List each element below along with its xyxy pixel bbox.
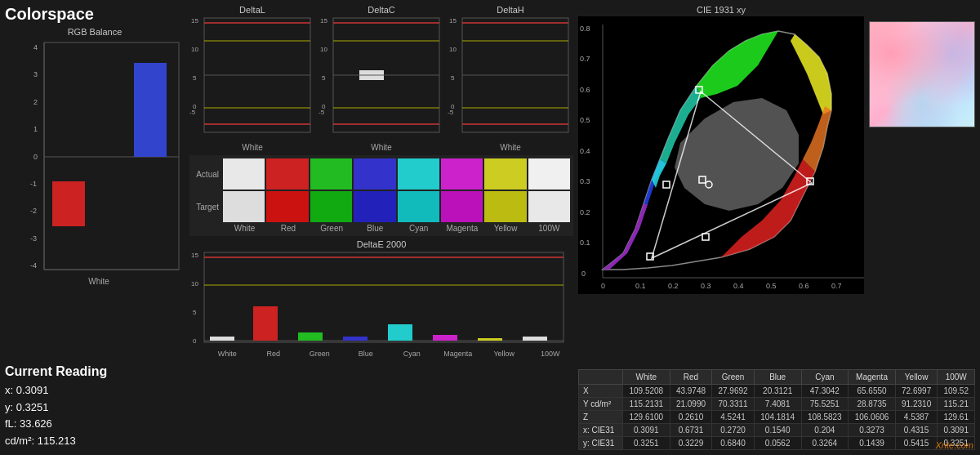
deltaL-title: DeltaL	[189, 5, 315, 15]
table-row-label: Z	[579, 411, 623, 424]
svg-rect-101	[702, 234, 709, 240]
svg-text:-5: -5	[318, 109, 325, 116]
current-reading-title: Current Reading	[5, 364, 185, 379]
table-cell: 65.6550	[849, 385, 896, 398]
table-header-row: White Red Green Blue Cyan Magenta Yellow…	[579, 370, 975, 385]
table-row-label: Y cd/m²	[579, 398, 623, 411]
swatch-target-blue	[354, 191, 395, 222]
table-cell: 28.8735	[849, 398, 896, 411]
svg-marker-91	[803, 106, 831, 172]
table-row: x: CIE310.30910.67310.27200.15400.2040.3…	[579, 424, 975, 437]
table-cell: 0.0562	[754, 437, 801, 450]
svg-rect-59	[298, 332, 323, 341]
swatch-actual-yellow	[484, 158, 526, 190]
svg-text:0.5: 0.5	[766, 282, 777, 290]
swatch-label-yellow: Yellow	[485, 224, 527, 233]
svg-text:1: 1	[33, 125, 38, 133]
table-cell: 20.3121	[754, 385, 801, 398]
svg-text:15: 15	[191, 17, 198, 25]
table-cell: 129.6100	[623, 411, 670, 424]
swatch-label-magenta: Magenta	[441, 224, 483, 233]
table-row: y: CIE310.32510.32290.68400.05620.32640.…	[579, 437, 975, 450]
table-cell: 106.0606	[849, 411, 896, 424]
svg-text:-3: -3	[30, 234, 37, 243]
cie-diagram-svg: 0.8 0.7 0.6 0.5 0.4 0.3 0.2 0.1 0 0 0.1 …	[578, 16, 864, 294]
svg-text:5: 5	[451, 74, 455, 82]
svg-text:0.6: 0.6	[580, 86, 590, 94]
svg-text:0.1: 0.1	[635, 282, 646, 290]
table-cell: 0.1439	[849, 437, 896, 450]
svg-text:0: 0	[33, 153, 38, 161]
svg-text:-5: -5	[189, 109, 196, 116]
svg-text:10: 10	[449, 46, 457, 53]
th-blue: Blue	[754, 370, 801, 385]
svg-text:0.8: 0.8	[580, 25, 590, 33]
svg-text:5: 5	[193, 309, 197, 316]
svg-text:0.3: 0.3	[580, 177, 590, 185]
th-green: Green	[712, 370, 755, 385]
target-label: Target	[193, 203, 221, 212]
data-table-container: White Red Green Blue Cyan Magenta Yellow…	[578, 369, 975, 450]
svg-text:0.1: 0.1	[580, 239, 590, 247]
swatch-label-blue: Blue	[354, 224, 396, 233]
th-cyan: Cyan	[801, 370, 849, 385]
deltaH-svg: 15 10 5 0 -5	[448, 16, 573, 141]
table-cell: 0.6840	[712, 437, 755, 450]
table-cell: 104.1814	[754, 411, 801, 424]
svg-text:10: 10	[320, 46, 327, 53]
swatch-label-cyan: Cyan	[398, 224, 439, 233]
actual-swatches-row: Actual	[193, 158, 570, 190]
swatch-label-white: White	[224, 224, 265, 233]
table-cell: 47.3042	[801, 385, 849, 398]
svg-rect-58	[253, 306, 278, 341]
svg-rect-64	[523, 337, 547, 341]
target-swatches-row: Target	[193, 191, 570, 222]
th-100w: 100W	[938, 370, 975, 385]
main-container: Colorspace RGB Balance 4 3 2 1 0 -1 -2 -…	[0, 0, 980, 455]
table-cell: 0.3091	[623, 424, 670, 437]
deltae-title: DeltaE 2000	[189, 239, 573, 249]
reading-fL: fL: 33.626	[5, 416, 185, 433]
svg-text:0: 0	[581, 270, 586, 278]
svg-text:-2: -2	[30, 207, 37, 215]
table-cell: 0.3229	[670, 437, 712, 450]
svg-text:0.5: 0.5	[580, 116, 590, 124]
svg-text:0.7: 0.7	[831, 282, 842, 290]
svg-rect-12	[134, 63, 167, 157]
left-panel: Colorspace RGB Balance 4 3 2 1 0 -1 -2 -…	[5, 5, 185, 450]
swatch-target-green	[310, 191, 352, 222]
swatch-actual-blue	[354, 158, 395, 190]
swatch-actual-cyan	[398, 158, 439, 190]
deltaH-chart: DeltaH 15 10 5 0 -5 White	[448, 5, 573, 152]
table-cell: 70.3311	[712, 398, 755, 411]
svg-text:-5: -5	[448, 109, 454, 116]
cie-title: CIE 1931 xy	[578, 5, 864, 15]
deltaH-white-label: White	[448, 143, 573, 152]
table-cell: 0.5415	[895, 437, 938, 450]
table-row-label: x: CIE31	[579, 424, 623, 437]
middle-panel: DeltaL 15 10 5 0 -5	[189, 5, 573, 450]
swatch-target-white	[223, 191, 265, 222]
svg-text:15: 15	[191, 252, 198, 259]
table-cell: 4.5241	[712, 411, 755, 424]
swatch-label-green: Green	[311, 224, 353, 233]
current-reading-values: x: 0.3091 y: 0.3251 fL: 33.626 cd/m²: 11…	[5, 382, 185, 450]
table-cell: 0.4315	[895, 424, 938, 437]
table-cell: 0.6731	[670, 424, 712, 437]
deltaL-svg: 15 10 5 0 -5	[189, 16, 315, 141]
reading-y: y: 0.3251	[5, 399, 185, 417]
svg-text:0: 0	[193, 337, 197, 345]
svg-text:3: 3	[33, 70, 38, 78]
svg-text:5: 5	[193, 74, 197, 82]
svg-rect-62	[433, 335, 457, 341]
current-reading-section: Current Reading x: 0.3091 y: 0.3251 fL: …	[5, 364, 185, 450]
actual-label: Actual	[193, 170, 221, 179]
deltaC-svg: 15 10 5 0 -5	[318, 16, 444, 141]
table-cell: 75.5251	[801, 398, 849, 411]
table-cell: 109.5208	[623, 385, 670, 398]
svg-text:15: 15	[449, 17, 457, 25]
rgb-balance-chart: 4 3 2 1 0 -1 -2 -3 -4	[24, 38, 183, 275]
swatches-section: Actual Target	[189, 155, 573, 236]
cie-preview-inner	[870, 22, 974, 127]
swatch-target-magenta	[441, 191, 483, 222]
